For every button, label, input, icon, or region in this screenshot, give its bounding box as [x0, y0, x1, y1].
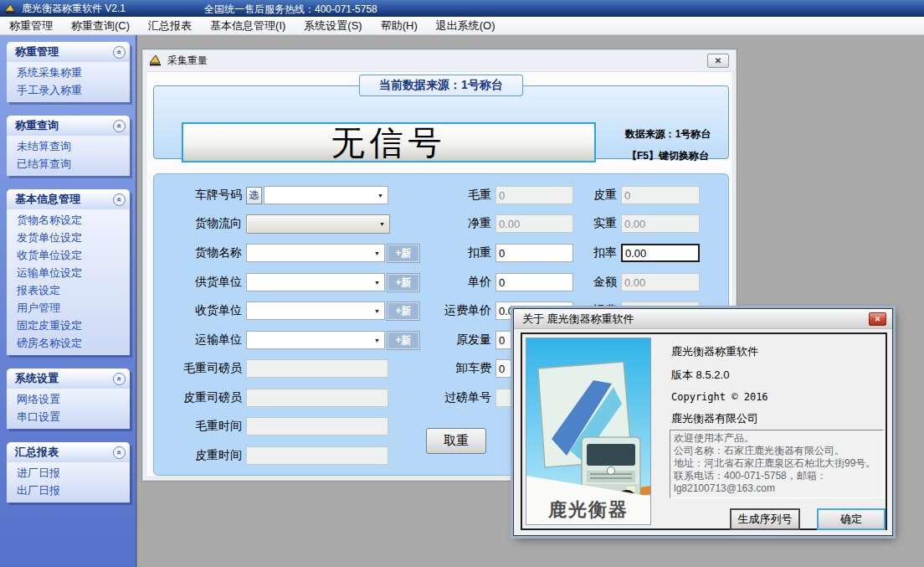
sidebar-group-header[interactable]: 汇总报表 « [7, 442, 130, 462]
app-root: 鹿光衡器称重软件 V2.1 全国统一售后服务热线：400-071-5758 称重… [0, 0, 924, 567]
app-titlebar: 鹿光衡器称重软件 V2.1 全国统一售后服务热线：400-071-5758 [0, 0, 924, 17]
sidebar-group-basic-info: 基本信息管理 « 货物名称设定 发货单位设定 收货单位设定 运输单位设定 报表设… [7, 189, 130, 355]
sidebar-item-weighhouse-name-setting[interactable]: 磅房名称设定 [7, 334, 130, 352]
plate-number-label: 车牌号码 [154, 188, 242, 203]
hotline-text: 全国统一售后服务热线：400-071-5758 [204, 3, 377, 17]
cargo-name-combo[interactable]: ▼ [246, 244, 385, 262]
sidebar-item-cargo-name-setting[interactable]: 货物名称设定 [7, 211, 130, 229]
sidebar-group-title: 称重管理 [15, 44, 59, 59]
data-source-info: 数据来源：1号称台 [601, 127, 735, 142]
sidebar-item-settled-query[interactable]: 已结算查询 [7, 155, 130, 173]
tare-time-field[interactable] [246, 446, 388, 465]
tare-time-label: 皮重时间 [154, 448, 242, 463]
mdi-area: 采集重量 ✕ 当前数据来源：1号称台 无信号 数据来源：1号称台 【F5】键切换… [136, 35, 924, 567]
menu-item-weigh-query[interactable]: 称重查询(C) [62, 17, 139, 34]
collapse-chevron-icon[interactable]: « [113, 120, 126, 132]
menu-item-help[interactable]: 帮助(H) [372, 17, 427, 34]
sidebar-item-transporter-setting[interactable]: 运输单位设定 [7, 264, 130, 281]
freight-price-label: 运费单价 [409, 303, 491, 318]
plate-pick-button[interactable]: 选 [246, 187, 262, 204]
app-logo-icon [4, 3, 17, 14]
about-info-line: 联系电话：400-071-5758，邮箱： [674, 470, 880, 482]
sidebar-group-header[interactable]: 称重查询 « [7, 116, 130, 136]
about-version: 版本 8.5.2.0 [671, 368, 729, 383]
about-copyright: Copyright © 2016 [671, 391, 768, 403]
combo-arrow-icon: ▼ [371, 275, 383, 290]
sidebar-item-shipper-setting[interactable]: 发货单位设定 [7, 229, 130, 246]
collapse-chevron-icon[interactable]: « [113, 446, 126, 459]
gross-time-field[interactable] [246, 417, 388, 436]
take-weight-button[interactable]: 取重 [426, 428, 486, 454]
unload-fee-label: 卸车费 [409, 361, 491, 376]
sidebar-group-weigh-query: 称重查询 « 未结算查询 已结算查询 [7, 116, 130, 176]
gross-operator-field[interactable] [246, 359, 388, 378]
sidebar-item-user-mgmt[interactable]: 用户管理 [7, 299, 130, 317]
sidebar-group-header[interactable]: 系统设置 « [7, 369, 130, 389]
transporter-combo[interactable]: ▼ [246, 331, 385, 349]
about-dialog-titlebar[interactable]: 关于 鹿光衡器称重软件 [514, 309, 892, 329]
unit-price-label: 单价 [409, 275, 491, 290]
deduct-weight-label: 扣重 [409, 245, 491, 260]
sidebar-item-system-collect-weigh[interactable]: 系统采集称重 [7, 64, 130, 81]
about-company: 鹿光衡器有限公司 [671, 411, 758, 426]
combo-arrow-icon: ▼ [371, 332, 383, 348]
generate-serial-button[interactable]: 生成序列号 [730, 508, 800, 530]
menu-item-basic-info[interactable]: 基本信息管理(I) [201, 17, 295, 34]
amount-label: 金额 [537, 275, 617, 290]
gross-weight-label: 毛重 [409, 188, 491, 203]
ticket-no-label: 过磅单号 [409, 390, 491, 405]
menu-item-weigh-mgmt[interactable]: 称重管理 [0, 17, 62, 34]
sidebar-item-unsettled-query[interactable]: 未结算查询 [7, 137, 130, 155]
deduct-rate-label: 扣率 [537, 245, 617, 260]
app-title: 鹿光衡器称重软件 V2.1 [22, 2, 126, 16]
gross-time-label: 毛重时间 [154, 419, 242, 434]
sidebar-item-network-settings[interactable]: 网络设置 [7, 390, 130, 408]
sidebar-group-summary-report: 汇总报表 « 进厂日报 出厂日报 [7, 442, 130, 503]
weigh-window-titlebar[interactable]: 采集重量 [142, 49, 737, 71]
combo-arrow-icon: ▼ [371, 303, 383, 318]
combo-arrow-icon: ▼ [374, 188, 387, 203]
collapse-chevron-icon[interactable]: « [113, 373, 126, 385]
sidebar-group-title: 汇总报表 [15, 445, 59, 460]
data-source-group-label: 当前数据来源：1号称台 [359, 75, 523, 96]
net-weight-label: 净重 [409, 216, 491, 231]
cargo-flow-combo[interactable]: ▼ [246, 214, 390, 234]
sidebar-item-manual-entry-weigh[interactable]: 手工录入称重 [7, 81, 130, 99]
tare-operator-field[interactable] [246, 389, 388, 407]
sidebar-item-inbound-daily-report[interactable]: 进厂日报 [7, 464, 130, 482]
plate-number-combo[interactable]: ▼ [264, 186, 388, 204]
weight-signal-display: 无信号 [182, 122, 596, 162]
sidebar-group-header[interactable]: 基本信息管理 « [7, 189, 130, 209]
collapse-chevron-icon[interactable]: « [113, 193, 126, 206]
about-info-line: 地址：河北省石家庄鹿泉区石柏北大街99号。 [674, 457, 880, 470]
sidebar-item-fixed-tare-setting[interactable]: 固定皮重设定 [7, 317, 130, 334]
menu-item-system-settings[interactable]: 系统设置(S) [295, 17, 371, 34]
sidebar-item-report-setting[interactable]: 报表设定 [7, 281, 130, 299]
sidebar: 称重管理 « 系统采集称重 手工录入称重 称重查询 « 未结算查询 已结算查询 … [0, 35, 136, 567]
sidebar-group-header[interactable]: 称重管理 « [7, 42, 130, 62]
sidebar-group-title: 系统设置 [15, 371, 59, 386]
amount-field[interactable] [621, 273, 700, 291]
cargo-flow-label: 货物流向 [154, 216, 242, 231]
tare-weight-label: 皮重 [537, 188, 617, 203]
about-dialog-close-button[interactable]: ✕ [869, 312, 886, 326]
weigh-window-close-button[interactable]: ✕ [707, 54, 729, 68]
sidebar-group-weigh-mgmt: 称重管理 « 系统采集称重 手工录入称重 [7, 42, 130, 102]
actual-weight-field[interactable] [621, 214, 700, 233]
menu-item-exit[interactable]: 退出系统(O) [427, 17, 505, 34]
tare-weight-field[interactable] [621, 186, 700, 204]
tare-operator-label: 皮重司磅员 [154, 390, 242, 405]
ok-button[interactable]: 确定 [817, 508, 886, 530]
sidebar-group-title: 基本信息管理 [15, 192, 80, 207]
menu-item-summary-report[interactable]: 汇总报表 [139, 17, 201, 34]
transporter-label: 运输单位 [154, 332, 242, 348]
collapse-chevron-icon[interactable]: « [113, 46, 126, 59]
about-info-line: 公司名称：石家庄鹿光衡器有限公司。 [674, 445, 880, 457]
deduct-rate-field[interactable] [621, 244, 700, 262]
sidebar-item-receiver-setting[interactable]: 收货单位设定 [7, 246, 130, 264]
sidebar-item-outbound-daily-report[interactable]: 出厂日报 [7, 482, 130, 499]
gross-operator-label: 毛重司磅员 [154, 361, 242, 376]
supplier-combo[interactable]: ▼ [246, 273, 385, 291]
sidebar-item-serial-port-settings[interactable]: 串口设置 [7, 408, 130, 425]
receiver-combo[interactable]: ▼ [246, 302, 385, 320]
